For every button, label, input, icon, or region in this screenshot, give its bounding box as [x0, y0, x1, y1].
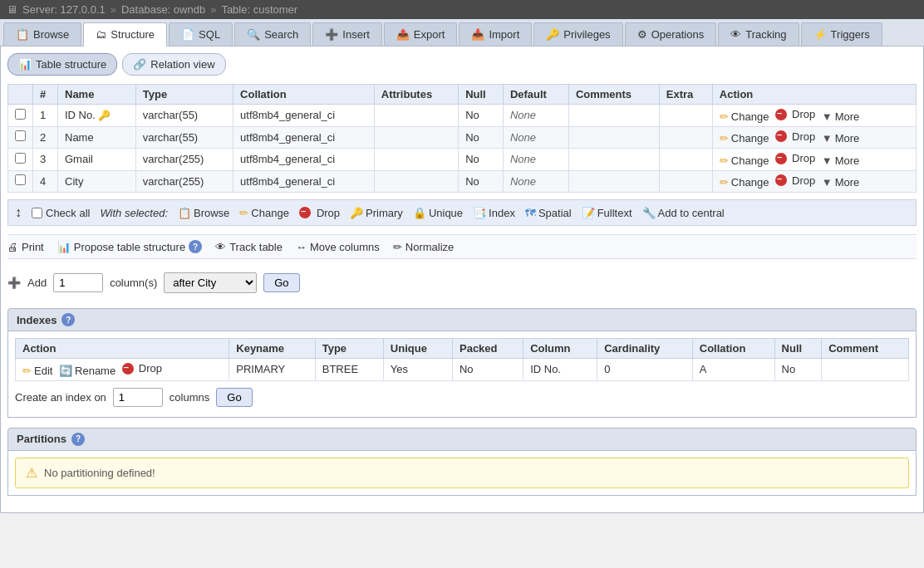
- toolbar-row: 🖨 Print 📊 Propose table structure ? 👁 Tr…: [7, 234, 917, 259]
- subtab-relation-view[interactable]: 🔗 Relation view: [122, 53, 225, 76]
- idx-drop-0[interactable]: Drop: [122, 362, 162, 375]
- row-num-1: 2: [33, 126, 58, 149]
- tab-insert[interactable]: ➕ Insert: [312, 22, 382, 46]
- propose-icon: 📊: [57, 241, 71, 253]
- tab-tracking[interactable]: 👁 Tracking: [718, 22, 799, 46]
- drop-link-0[interactable]: Drop: [775, 108, 815, 120]
- row-default-3: None: [503, 170, 568, 193]
- header-null: Null: [459, 85, 504, 105]
- change-icon-0: ✏: [720, 110, 729, 123]
- propose-info-icon[interactable]: ?: [189, 240, 202, 253]
- subtab-table-structure[interactable]: 📊 Table structure: [7, 53, 117, 76]
- row-checkbox-1[interactable]: [15, 130, 26, 141]
- indexes-header-row: Action Keyname Type Unique Packed Column…: [16, 339, 909, 359]
- idx-packed-0: No: [452, 359, 523, 381]
- more-link-1[interactable]: ▼ More: [822, 132, 860, 144]
- sel-browse-icon: 📋: [178, 207, 191, 219]
- tab-operations[interactable]: ⚙ Operations: [625, 22, 717, 46]
- idx-header-cardinality: Cardinality: [597, 339, 693, 359]
- check-all-checkbox[interactable]: [32, 208, 42, 218]
- propose-structure-button[interactable]: 📊 Propose table structure ?: [57, 240, 202, 253]
- change-link-1[interactable]: ✏ Change: [720, 132, 769, 144]
- search-icon: 🔍: [247, 28, 260, 41]
- sel-change[interactable]: ✏ Change: [239, 207, 289, 219]
- more-icon-3: ▼: [822, 176, 833, 189]
- row-checkbox-2[interactable]: [15, 153, 26, 164]
- change-link-2[interactable]: ✏ Change: [720, 154, 769, 167]
- tab-export[interactable]: 📤 Export: [384, 22, 458, 46]
- row-attributes-3: [374, 170, 458, 193]
- row-attributes-1: [374, 126, 458, 149]
- create-index-input[interactable]: [113, 388, 163, 407]
- sel-index[interactable]: 📑 Index: [473, 207, 515, 219]
- idx-cardinality-0: 0: [597, 359, 693, 381]
- sel-spatial[interactable]: 🗺 Spatial: [525, 207, 572, 219]
- add-go-button[interactable]: Go: [263, 273, 299, 292]
- sep2: »: [210, 3, 216, 16]
- tab-privileges[interactable]: 🔑 Privileges: [533, 22, 622, 46]
- sel-add-central[interactable]: 🔧 Add to central: [642, 207, 725, 219]
- sel-primary[interactable]: 🔑 Primary: [350, 207, 403, 219]
- move-columns-button[interactable]: ↔ Move columns: [296, 241, 380, 253]
- tab-search[interactable]: 🔍 Search: [234, 22, 311, 46]
- tab-browse[interactable]: 📋 Browse: [3, 22, 81, 46]
- tab-sql[interactable]: 📄 SQL: [169, 22, 233, 46]
- sel-drop[interactable]: Drop: [299, 207, 340, 219]
- row-checkbox-0[interactable]: [15, 109, 26, 120]
- header-num: #: [33, 85, 58, 105]
- idx-header-comment: Comment: [822, 339, 909, 359]
- table-row: 2 Name varchar(55) utf8mb4_general_ci No…: [8, 126, 917, 149]
- indexes-info-icon[interactable]: ?: [61, 313, 75, 326]
- tracking-icon: 👁: [730, 28, 741, 41]
- tab-triggers[interactable]: ⚡ Triggers: [801, 22, 882, 46]
- browse-icon: 📋: [16, 28, 29, 41]
- row-extra-1: [659, 126, 712, 149]
- header-checkbox: [8, 85, 33, 105]
- row-action-1: ✏ Change Drop ▼ More: [712, 126, 916, 149]
- sel-fulltext[interactable]: 📝 Fulltext: [582, 207, 632, 219]
- indexes-body: Action Keyname Type Unique Packed Column…: [7, 331, 917, 418]
- with-selected-label: With selected:: [100, 207, 168, 219]
- add-columns-input[interactable]: [53, 273, 103, 292]
- tab-import[interactable]: 📥 Import: [459, 22, 532, 46]
- track-table-button[interactable]: 👁 Track table: [215, 241, 283, 253]
- sel-unique[interactable]: 🔒 Unique: [413, 207, 463, 219]
- sep1: »: [111, 3, 116, 16]
- sel-primary-icon: 🔑: [350, 207, 363, 219]
- more-link-2[interactable]: ▼ More: [822, 154, 860, 167]
- indexes-table: Action Keyname Type Unique Packed Column…: [15, 338, 909, 381]
- row-null-3: No: [459, 170, 504, 193]
- drop-link-2[interactable]: Drop: [775, 152, 815, 164]
- sel-browse[interactable]: 📋 Browse: [178, 207, 229, 219]
- table-label: Table: customer: [221, 3, 297, 16]
- operations-icon: ⚙: [637, 28, 647, 41]
- change-link-3[interactable]: ✏ Change: [720, 176, 769, 189]
- row-checkbox-3[interactable]: [15, 174, 26, 185]
- table-row: 1 ID No. 🔑 varchar(55) utf8mb4_general_c…: [8, 105, 917, 127]
- create-index-go-button[interactable]: Go: [216, 388, 252, 407]
- drop-icon-2: [775, 153, 787, 164]
- idx-edit-0[interactable]: ✏ Edit: [22, 365, 52, 377]
- drop-link-3[interactable]: Drop: [775, 174, 815, 187]
- tab-structure[interactable]: 🗂 Structure: [83, 22, 167, 47]
- move-icon: ↔: [296, 241, 307, 253]
- add-position-select[interactable]: after Citybefore ID No.at end: [164, 272, 257, 293]
- header-attributes: Attributes: [374, 85, 458, 105]
- idx-header-action: Action: [16, 339, 229, 359]
- row-default-2: None: [503, 149, 568, 171]
- partitions-info-icon[interactable]: ?: [71, 433, 85, 446]
- idx-header-packed: Packed: [452, 339, 523, 359]
- print-button[interactable]: 🖨 Print: [7, 241, 44, 253]
- more-link-0[interactable]: ▼ More: [822, 110, 860, 123]
- partitions-warning: ⚠ No partitioning defined!: [15, 458, 909, 488]
- row-name-0: ID No. 🔑: [58, 105, 136, 127]
- idx-rename-0[interactable]: 🔄 Rename: [59, 365, 116, 377]
- row-extra-2: [659, 149, 712, 171]
- row-type-2: varchar(255): [135, 149, 233, 171]
- normalize-button[interactable]: ✏ Normalize: [393, 241, 455, 253]
- check-all-label[interactable]: Check all: [32, 207, 90, 219]
- import-icon: 📥: [471, 28, 484, 41]
- drop-link-1[interactable]: Drop: [775, 130, 815, 143]
- change-link-0[interactable]: ✏ Change: [720, 110, 769, 123]
- more-link-3[interactable]: ▼ More: [822, 176, 860, 189]
